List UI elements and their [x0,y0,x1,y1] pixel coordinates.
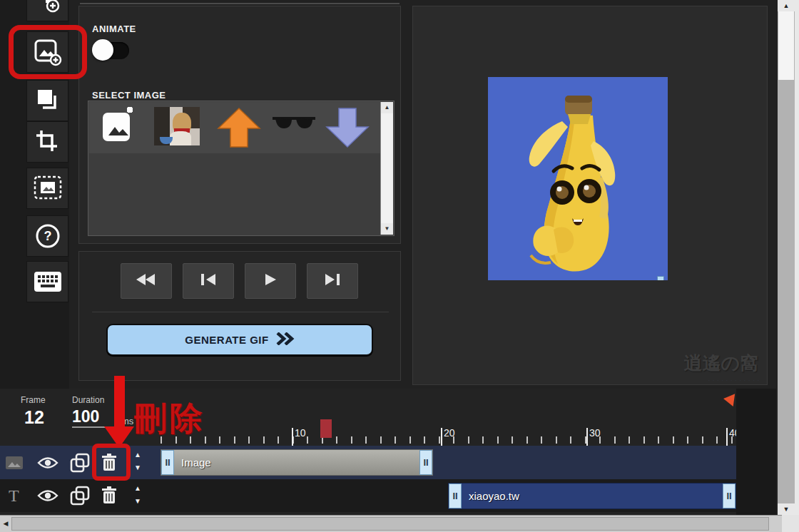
watermark-subtext: · · · · · · · · · · · · [708,378,760,383]
reorder-buttons[interactable]: ▲ ▼ [131,482,144,509]
blue-down-arrow-thumbnail[interactable] [324,107,371,147]
scroll-up-icon[interactable]: ▲ [381,102,393,113]
visibility-eye-button[interactable] [37,456,58,470]
puppy-thumbnail[interactable] [154,107,200,145]
text-track-type-icon: T [9,486,19,506]
clip-left-handle[interactable]: II [449,484,462,508]
app-window: ? ANIMATE SELECT IMAGE [0,0,799,532]
preview-canvas[interactable] [488,77,668,280]
play-button[interactable] [245,263,296,299]
layers-button[interactable] [26,80,68,121]
selection-handle[interactable] [657,276,664,280]
playhead-marker[interactable] [320,419,332,438]
scroll-up-icon[interactable]: ▲ [778,0,795,11]
skip-to-start-icon [200,272,217,290]
animate-label: ANIMATE [92,24,136,34]
frame-border-icon [34,175,62,201]
help-icon: ? [34,222,61,250]
vertical-scroll-thumb[interactable] [778,11,794,80]
svg-text:?: ? [44,229,51,243]
duration-unit: ms [121,416,133,426]
ruler-tick-40: 40 [726,428,728,446]
clip-label: xiaoyao.tw [462,490,723,502]
scroll-down-icon[interactable]: ▼ [778,503,795,515]
add-image-icon [34,38,62,66]
layers-icon [34,87,61,114]
frame-label: Frame [21,395,46,405]
playback-panel: GENERATE GIF [78,251,401,381]
rewind-button[interactable] [121,263,172,299]
duration-label: Duration [72,395,104,405]
visibility-eye-button[interactable] [37,488,58,503]
text-clip-bar[interactable]: II xiaoyao.tw II [448,483,736,509]
skip-to-start-button[interactable] [183,263,234,299]
play-icon [263,272,278,290]
watermark-logo: 逍遙の窩 [683,351,758,376]
animate-toggle[interactable] [92,39,132,62]
image-track-type-icon [6,456,23,469]
sunglasses-thumbnail[interactable] [271,107,317,147]
scrollbar-corner [782,515,799,532]
add-text-icon [36,0,60,13]
clip-left-handle[interactable]: II [161,450,174,475]
add-image-button[interactable] [26,31,68,73]
duplicate-layer-button[interactable] [70,486,90,506]
skip-to-end-icon [324,272,341,290]
double-chevron-icon [276,332,295,347]
preview-panel: 逍遙の窩 · · · · · · · · · · · · [412,6,768,385]
ruler-tick-20: 20 [441,428,442,446]
move-down-icon[interactable]: ▼ [134,497,141,505]
end-marker-icon[interactable] [723,392,735,406]
clip-right-handle[interactable]: II [723,484,736,508]
image-clip-bar[interactable]: II Image II [161,449,433,476]
image-list: ▲ ▼ [88,101,395,236]
image-list-scrollbar[interactable]: ▲ ▼ [380,102,393,235]
add-image-list-button[interactable] [100,107,138,147]
crop-button[interactable] [26,121,68,163]
orange-up-arrow-thumbnail[interactable] [215,107,263,147]
banana-character [488,270,668,280]
clip-right-handle[interactable]: II [419,450,432,475]
page-vertical-scrollbar[interactable]: ▲ ▼ [778,0,795,515]
scroll-left-icon[interactable]: ◀ [0,516,11,532]
toolbar-sidebar: ? [0,0,69,389]
keyboard-shortcuts-button[interactable] [26,261,68,302]
delete-layer-button[interactable] [101,454,118,472]
page-edge [795,0,799,532]
keyboard-icon [34,271,62,292]
generate-gif-label: GENERATE GIF [185,334,268,346]
track-row-text: T ▲ ▼ II xiaoyao.tw II [0,479,736,512]
help-button[interactable]: ? [26,215,68,257]
divider [92,312,389,312]
move-down-icon[interactable]: ▼ [134,464,141,471]
move-up-icon[interactable]: ▲ [134,484,141,492]
duplicate-layer-button[interactable] [70,453,90,473]
crop-icon [34,128,61,155]
panel-divider [80,3,400,4]
ruler-tick-10: 10 [292,428,293,446]
horizontal-scroll-thumb[interactable] [11,517,769,531]
delete-layer-button[interactable] [101,486,118,505]
toggle-knob [92,39,113,61]
track-row-image: ▲ ▼ II Image II [0,446,736,479]
clip-label: Image [174,456,419,469]
add-text-button[interactable] [26,0,68,21]
timeline-horizontal-scrollbar[interactable]: ◀ ▶ [0,515,795,532]
skip-to-end-button[interactable] [307,263,358,299]
timeline-right-gutter [736,389,776,515]
ruler-tick-30: 30 [586,428,588,446]
duration-input[interactable] [72,407,116,428]
animate-panel: ANIMATE SELECT IMAGE [78,6,401,244]
scroll-down-icon[interactable]: ▼ [381,223,393,235]
select-image-label: SELECT IMAGE [92,90,166,101]
generate-gif-button[interactable]: GENERATE GIF [106,324,373,356]
reorder-buttons[interactable]: ▲ ▼ [131,449,144,476]
frame-value: 12 [24,407,44,428]
frame-border-button[interactable] [26,168,68,209]
move-up-icon[interactable]: ▲ [134,451,141,459]
rewind-icon [136,272,157,290]
